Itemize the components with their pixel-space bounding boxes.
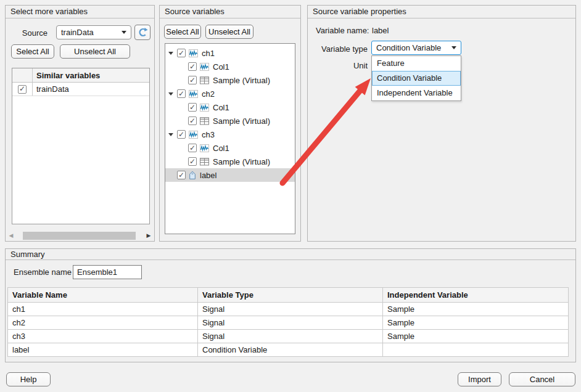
tree-item-label: Sample (Virtual) [213,116,270,126]
collapse-arrow-icon[interactable] [168,133,174,136]
help-button[interactable]: Help [6,372,51,386]
tree-item-sample-virtual[interactable]: ✓ Sample (Virtual) [165,114,295,128]
tree-item-label-variable[interactable]: ✓ label [165,168,295,182]
option-condition-variable[interactable]: Condition Variable [372,71,461,86]
panel-title: Summary [6,249,575,260]
ensemble-name-input[interactable] [73,265,142,279]
summary-header-row: Variable Name Variable Type Independent … [8,288,569,303]
grid-icon [200,158,209,166]
tree-item-ch2[interactable]: ✓ ch2 [165,87,295,100]
unselect-all-button[interactable]: Unselect All [205,25,253,39]
source-variables-tree: ✓ ch1 ✓ Col1 ✓ [165,43,295,234]
summary-panel: Summary Ensemble name Variable Name Vari… [5,248,576,362]
horizontal-scrollbar[interactable]: ◀ ▶ [7,232,152,240]
unit-label: Unit [308,61,368,70]
grid-icon [200,117,209,125]
source-dropdown-value: trainData [61,28,94,37]
select-all-button[interactable]: Select All [164,25,201,39]
checkbox[interactable]: ✓ [188,157,197,166]
checkbox[interactable]: ✓ [177,89,186,98]
checkbox[interactable]: ✓ [188,76,197,84]
select-more-variables-panel: Select more variables Source trainData S… [5,5,155,242]
signal-icon [200,104,209,112]
tree-item-col1[interactable]: ✓ Col1 [165,60,295,73]
variable-name: trainData [33,84,69,94]
checkbox[interactable]: ✓ [18,85,27,94]
signal-icon [189,131,198,139]
table-row: ch2 Signal Sample [8,316,569,330]
variable-type-dropdown[interactable]: Condition Variable [371,41,461,55]
cell-variable-type: Signal [198,316,383,330]
check-icon: ✓ [178,49,184,57]
summary-table: Variable Name Variable Type Independent … [7,287,569,357]
check-icon: ✓ [189,144,196,152]
scroll-left-icon[interactable]: ◀ [7,232,15,240]
cell-independent-variable: Sample [383,316,569,330]
checkbox[interactable]: ✓ [188,62,197,71]
tree-item-col1[interactable]: ✓ Col1 [165,100,295,114]
check-icon: ✓ [178,171,184,179]
panel-title: Source variables [160,6,300,18]
table-row[interactable]: ✓ trainData [12,83,149,96]
column-header: Variable Name [8,288,198,303]
check-icon: ✓ [189,63,196,70]
chevron-down-icon [122,31,126,34]
checkbox[interactable]: ✓ [188,103,197,112]
source-variables-panel: Source variables Select All Unselect All… [159,5,301,242]
scroll-right-icon[interactable]: ▶ [145,232,152,240]
variable-type-label: Variable type [308,44,368,54]
cell-variable-type: Condition Variable [198,343,383,357]
scrollbar-thumb[interactable] [23,232,136,240]
cell-independent-variable [383,343,569,357]
cancel-button[interactable]: Cancel [509,372,575,386]
import-button[interactable]: Import [458,372,501,386]
option-feature[interactable]: Feature [372,56,461,71]
checkbox[interactable]: ✓ [177,49,186,57]
checkbox[interactable]: ✓ [177,130,186,139]
checkbox-column-header [12,68,33,82]
collapse-arrow-icon[interactable] [168,52,174,55]
tree-item-label: Col1 [213,62,229,71]
tree-item-sample-virtual[interactable]: ✓ Sample (Virtual) [165,155,295,168]
tree-item-label: Sample (Virtual) [213,76,270,85]
checkbox[interactable]: ✓ [188,144,197,152]
check-icon: ✓ [178,90,184,97]
check-icon: ✓ [189,117,196,125]
select-all-button[interactable]: Select All [11,44,54,59]
tree-item-sample-virtual[interactable]: ✓ Sample (Virtual) [165,73,295,87]
checkbox[interactable]: ✓ [177,171,186,179]
refresh-icon [138,27,148,38]
check-icon: ✓ [178,131,184,138]
tree-item-label: label [200,171,216,180]
cell-variable-name: ch2 [8,316,198,330]
signal-icon [200,63,209,71]
tree-item-ch3[interactable]: ✓ ch3 [165,128,295,141]
similar-variables-table: Similar variables ✓ trainData [12,68,150,224]
table-row: label Condition Variable [8,343,569,357]
column-header: Independent Variable [383,288,569,303]
similar-variables-header: Similar variables [33,71,100,80]
check-icon: ✓ [189,158,196,165]
tree-item-label: Col1 [213,103,229,112]
column-header: Variable Type [198,288,383,303]
cell-variable-name: ch1 [8,303,198,316]
variable-name-label: Variable name: [316,26,369,35]
tree-item-label: Sample (Virtual) [213,157,270,166]
tag-icon [189,171,196,180]
ensemble-name-label: Ensemble name [14,267,72,277]
tree-item-label: ch1 [202,49,215,58]
checkbox[interactable]: ✓ [188,116,197,125]
unselect-all-button[interactable]: Unselect All [60,44,130,59]
cell-variable-type: Signal [198,330,383,343]
collapse-arrow-icon[interactable] [168,92,174,96]
source-label: Source [9,28,47,38]
cell-variable-type: Signal [198,303,383,316]
tree-item-col1[interactable]: ✓ Col1 [165,141,295,155]
cell-variable-name: ch3 [8,330,198,343]
source-dropdown[interactable]: trainData [56,25,131,39]
signal-icon [189,49,198,57]
panel-title: Source variable properties [308,6,575,18]
option-independent-variable[interactable]: Independent Variable [372,86,461,100]
refresh-button[interactable] [134,25,150,40]
tree-item-ch1[interactable]: ✓ ch1 [165,46,295,60]
